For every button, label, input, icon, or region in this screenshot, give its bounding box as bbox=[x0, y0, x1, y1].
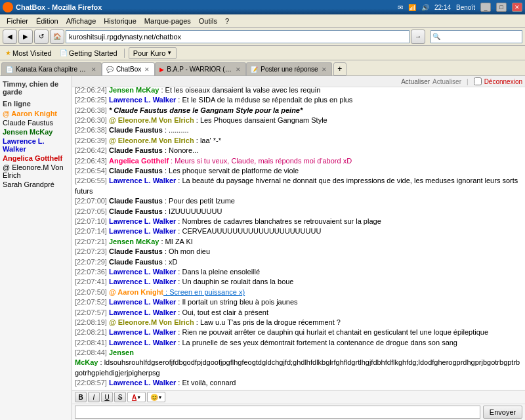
send-button[interactable]: Envoyer bbox=[483, 406, 522, 419]
tab-chatbox[interactable]: 💬 ChatBox ✕ bbox=[102, 62, 155, 75]
menu-historique[interactable]: Historique bbox=[100, 16, 140, 26]
msg-11: [22:06:24] Jensen McKay : Et les oiseaux… bbox=[75, 87, 522, 95]
main-content: Timmy, chien de garde En ligne @ Aaron K… bbox=[0, 76, 525, 420]
close-button[interactable]: ✕ bbox=[512, 3, 522, 12]
chat-input[interactable] bbox=[75, 406, 480, 419]
bookmark-doc-icon: 📄 bbox=[60, 49, 68, 56]
address-bar[interactable] bbox=[66, 30, 410, 43]
smiley-button[interactable]: 😊 ▼ bbox=[147, 392, 165, 402]
disconnect-button[interactable]: Déconnexion bbox=[484, 78, 522, 85]
tab-bap[interactable]: ▶ B.A.P - WARRIOR (워리어)... ✕ bbox=[155, 62, 246, 75]
title-bar: ChatBox - Mozilla Firefox ✉ 📶 🔊 22:14 Be… bbox=[0, 0, 525, 14]
tab-chatbox-close[interactable]: ✕ bbox=[144, 66, 150, 73]
sidebar-user-sarah[interactable]: Sarah Grandpré bbox=[3, 180, 69, 189]
sidebar: Timmy, chien de garde En ligne @ Aaron K… bbox=[0, 76, 72, 420]
msg-31: [22:07:52] Lawrence L. Walker : Il porta… bbox=[75, 297, 522, 307]
msg-24: [22:07:14] Lawrence L. Walker : CERVEAUU… bbox=[75, 226, 522, 236]
refresh-button[interactable]: ↺ bbox=[34, 30, 49, 44]
msg-29: [22:07:41] Lawrence L. Walker : Un dauph… bbox=[75, 277, 522, 287]
msg-37: [22:08:57] Lawrence L. Walker : Et voilà… bbox=[75, 378, 522, 388]
msg-22: [22:07:05] Claude Faustus : IZUUUUUUUUU bbox=[75, 207, 522, 217]
tab-bap-icon: ▶ bbox=[159, 66, 164, 73]
minimize-button[interactable]: _ bbox=[480, 3, 491, 12]
color-picker-button[interactable]: A ▼ bbox=[127, 392, 146, 402]
italic-button[interactable]: I bbox=[88, 392, 100, 402]
home-button[interactable]: 🏠 bbox=[50, 30, 64, 44]
getting-started-label: Getting Started bbox=[69, 49, 117, 57]
msg-27: [22:07:29] Claude Faustus : xD bbox=[75, 257, 522, 267]
maximize-button[interactable]: □ bbox=[496, 3, 507, 12]
forward-button[interactable]: ▶ bbox=[18, 30, 33, 44]
go-button[interactable]: → bbox=[411, 30, 425, 44]
most-visited-bookmark[interactable]: ★ Most Visited bbox=[3, 48, 54, 58]
sidebar-user-claude[interactable]: Claude Faustus bbox=[3, 118, 69, 127]
menu-outils[interactable]: Outils bbox=[195, 16, 221, 26]
tabs-bar: 📄 Kanata Kara chapitre 2 en le... ✕ 💬 Ch… bbox=[0, 60, 525, 76]
new-tab-button[interactable]: + bbox=[333, 62, 346, 75]
tray-icon3: 🔊 bbox=[421, 4, 429, 11]
msg-26: [22:07:23] Claude Faustus : Oh mon dieu bbox=[75, 247, 522, 257]
msg-28: [22:07:36] Lawrence L. Walker : Dans la … bbox=[75, 267, 522, 277]
msg-21: [22:07:00] Claude Faustus : Pour des pet… bbox=[75, 196, 522, 206]
msg-23: [22:07:10] Lawrence L. Walker : Nombres … bbox=[75, 217, 522, 226]
msg-32: [22:07:57] Lawrence L. Walker : Oui, tou… bbox=[75, 308, 522, 318]
bold-button[interactable]: B bbox=[75, 392, 87, 402]
getting-started-bookmark[interactable]: 📄 Getting Started bbox=[57, 48, 120, 58]
header-sep: | bbox=[467, 78, 469, 85]
menu-affichage[interactable]: Affichage bbox=[62, 16, 100, 26]
msg-35: [22:08:41] Lawrence L. Walker : La prune… bbox=[75, 338, 522, 348]
title-bar-left: ChatBox - Mozilla Firefox bbox=[3, 2, 102, 12]
sidebar-user-aaron[interactable]: @ Aaron Knight bbox=[3, 109, 69, 118]
firefox-icon bbox=[3, 2, 13, 12]
msg-30: [22:07:50] @ Aaron Knight : Screen en pu… bbox=[75, 287, 522, 297]
msg-34: [22:08:21] Lawrence L. Walker : Rien ne … bbox=[75, 327, 522, 337]
sidebar-title: Timmy, chien de garde bbox=[3, 79, 69, 98]
chat-input-row: Envoyer bbox=[72, 404, 525, 420]
menu-marques[interactable]: Marque-pages bbox=[140, 16, 195, 26]
msg-15: [22:06:38] Claude Faustus : .......... bbox=[75, 125, 522, 135]
msg-16: [22:06:39] @ Eleonore.M Von Elrich : laa… bbox=[75, 136, 522, 146]
pour-kuro-bookmark[interactable]: Pour Kuro ▼ bbox=[129, 47, 177, 59]
msg-33: [22:08:19] @ Eleonore.M Von Elrich : Law… bbox=[75, 318, 522, 327]
update-button[interactable]: Actualiser bbox=[401, 78, 430, 85]
sidebar-user-angelica[interactable]: Angelica Gotthelf bbox=[3, 154, 69, 163]
most-visited-label: Most Visited bbox=[12, 49, 52, 57]
underline-button[interactable]: U bbox=[101, 392, 113, 402]
menu-help[interactable]: ? bbox=[221, 16, 233, 26]
msg-13: [22:06:38] * Claude Faustus danse le Gan… bbox=[75, 106, 522, 116]
msg-25: [22:07:21] Jensen McKay : MI ZA KI bbox=[75, 237, 522, 247]
search-engine-icon: 🔍 bbox=[432, 33, 440, 40]
tab-chatbox-icon: 💬 bbox=[106, 66, 114, 73]
bookmarks-bar: ★ Most Visited 📄 Getting Started Pour Ku… bbox=[0, 46, 525, 60]
strikethrough-button[interactable]: S bbox=[114, 392, 126, 402]
msg-14: [22:06:30] @ Eleonore.M Von Elrich : Les… bbox=[75, 116, 522, 125]
sidebar-user-eleonore[interactable]: @ Eleonore.M Von Elrich bbox=[3, 163, 69, 180]
online-header: En ligne bbox=[3, 98, 69, 109]
tab-chatbox-title: ChatBox bbox=[116, 66, 141, 73]
bookmarks-separator bbox=[124, 49, 125, 58]
msg-18: [22:06:43] Angelica Gotthelf : Meurs si … bbox=[75, 156, 522, 166]
tab-kanata[interactable]: 📄 Kanata Kara chapitre 2 en le... ✕ bbox=[1, 62, 102, 75]
menu-fichier[interactable]: Fichier bbox=[3, 16, 32, 26]
sidebar-user-lawrence[interactable]: Lawrence L.Walker bbox=[3, 136, 69, 154]
tab-kanata-close[interactable]: ✕ bbox=[91, 66, 97, 73]
smiley-chevron: ▼ bbox=[158, 395, 163, 400]
search-box[interactable]: 🔍 bbox=[430, 30, 522, 43]
chat-area: Actualiser Actualiser | Déconnexion [22:… bbox=[72, 76, 525, 420]
tab-poster[interactable]: 📝 Poster une réponse ✕ bbox=[246, 62, 331, 75]
nav-bar: ◀ ▶ ↺ 🏠 → 🔍 bbox=[0, 28, 525, 46]
chevron-down-icon: ▼ bbox=[167, 50, 172, 56]
tab-bap-close[interactable]: ✕ bbox=[235, 66, 242, 73]
msg-17: [22:06:42] Claude Faustus : Nonore... bbox=[75, 146, 522, 156]
sidebar-user-jensen[interactable]: Jensen McKay bbox=[3, 127, 69, 136]
msg-36: [22:08:44] JensenMcKay : ldsouhsrouhlfdg… bbox=[75, 348, 522, 378]
pour-kuro-label: Pour Kuro bbox=[133, 49, 166, 57]
search-input[interactable] bbox=[442, 33, 520, 40]
tray-mail-icon: ✉ bbox=[398, 4, 403, 11]
auto-checkbox[interactable] bbox=[474, 77, 482, 85]
tab-poster-close[interactable]: ✕ bbox=[321, 66, 327, 73]
chat-toolbar: B I U S A ▼ 😊 ▼ bbox=[72, 390, 525, 404]
window-title: ChatBox - Mozilla Firefox bbox=[16, 3, 102, 11]
back-button[interactable]: ◀ bbox=[3, 30, 17, 44]
menu-edition[interactable]: Édition bbox=[32, 16, 62, 26]
